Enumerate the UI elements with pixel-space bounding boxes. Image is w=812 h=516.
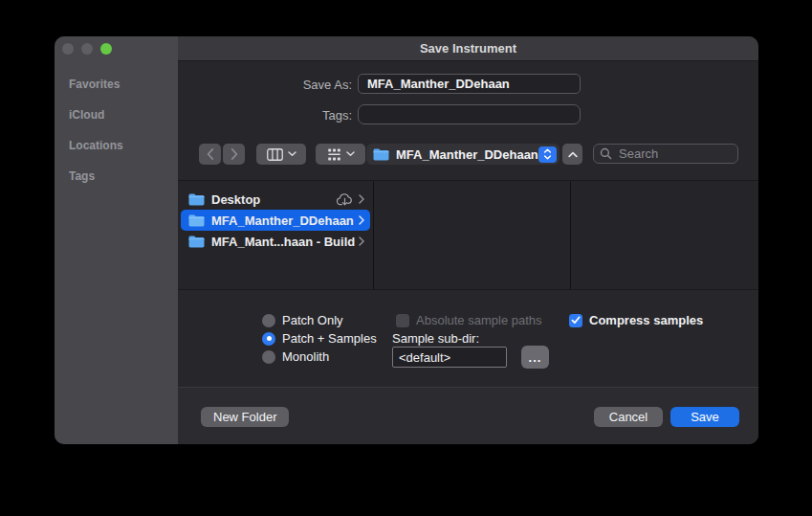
radio-label: Patch + Samples <box>282 331 377 346</box>
chevron-down-icon <box>346 151 355 157</box>
chevron-right-icon <box>359 236 364 246</box>
tags-input[interactable] <box>358 104 581 124</box>
sidebar-item-tags[interactable]: Tags <box>69 169 95 183</box>
traffic-lights <box>62 43 112 55</box>
checkbox-compress-samples[interactable]: Compress samples <box>569 313 703 327</box>
cancel-button[interactable]: Cancel <box>594 407 663 427</box>
radio-icon <box>262 314 275 327</box>
chevron-left-icon <box>207 148 214 160</box>
cloud-download-icon <box>336 192 354 207</box>
browser-row-label: Desktop <box>211 192 260 207</box>
browser-row-build-folder[interactable]: MFA_Mant...haan - Build <box>181 231 370 252</box>
sidebar-item-icloud[interactable]: iCloud <box>69 108 104 122</box>
sample-subdir-input[interactable] <box>392 347 507 368</box>
checkbox-checked-icon <box>569 314 582 327</box>
sidebar: Favorites iCloud Locations Tags <box>55 36 178 444</box>
new-folder-button[interactable]: New Folder <box>201 407 289 427</box>
file-browser: Desktop MFA_Manther_DDehaan <box>178 181 758 289</box>
stepper-chevrons-icon <box>538 146 557 163</box>
dialog-body: Save As: Tags: <box>178 62 758 444</box>
save-dialog-window: Favorites iCloud Locations Tags Save Ins… <box>55 36 758 444</box>
minimize-window-button[interactable] <box>81 43 93 55</box>
title-bar: Save Instrument <box>178 36 758 61</box>
zoom-window-button[interactable] <box>100 43 112 55</box>
checkbox-disabled-icon <box>396 314 409 327</box>
checkbox-label: Absolute sample paths <box>416 313 542 327</box>
column-divider <box>373 181 374 289</box>
search-icon <box>600 147 612 160</box>
folder-icon <box>188 236 205 248</box>
sidebar-item-locations[interactable]: Locations <box>69 139 123 152</box>
group-view-button[interactable] <box>316 144 365 165</box>
browser-row-label: MFA_Mant...haan - Build <box>211 235 355 249</box>
browser-row-desktop[interactable]: Desktop <box>181 189 370 210</box>
sample-subdir-label: Sample sub-dir: <box>392 331 479 346</box>
radio-label: Patch Only <box>282 313 343 327</box>
chevron-up-icon <box>568 151 578 158</box>
browser-row-label: MFA_Manther_DDehaan <box>211 213 354 228</box>
folder-icon <box>188 193 205 206</box>
forward-button[interactable] <box>223 144 245 165</box>
group-view-icon <box>327 148 341 161</box>
chevron-right-icon <box>230 148 238 160</box>
checkbox-label: Compress samples <box>589 313 703 327</box>
search-field[interactable] <box>593 144 738 164</box>
save-as-label: Save As: <box>237 78 352 92</box>
footer-bar: New Folder Cancel Save <box>178 387 758 444</box>
up-directory-button[interactable] <box>562 144 582 165</box>
tags-label: Tags: <box>237 108 352 123</box>
back-button[interactable] <box>199 144 221 165</box>
radio-patch-plus-samples[interactable]: Patch + Samples <box>262 331 377 346</box>
column-view-icon <box>267 148 283 161</box>
dialog-title: Save Instrument <box>420 41 516 56</box>
desktop-background: Favorites iCloud Locations Tags Save Ins… <box>0 0 812 516</box>
folder-icon <box>373 148 389 161</box>
location-dropdown[interactable]: MFA_Manther_DDehaan <box>366 144 560 165</box>
chevron-right-icon <box>359 194 364 204</box>
close-window-button[interactable] <box>62 43 74 55</box>
location-dropdown-value: MFA_Manther_DDehaan <box>396 147 538 162</box>
sidebar-item-favorites[interactable]: Favorites <box>69 78 120 91</box>
radio-monolith[interactable]: Monolith <box>262 349 329 364</box>
folder-icon <box>188 214 205 227</box>
radio-patch-only[interactable]: Patch Only <box>262 313 343 327</box>
chevron-down-icon <box>288 151 296 157</box>
chevron-right-icon <box>359 215 364 225</box>
radio-selected-icon <box>262 332 275 346</box>
radio-label: Monolith <box>282 349 329 364</box>
column-divider <box>570 181 571 289</box>
search-input[interactable] <box>617 146 732 162</box>
checkbox-absolute-sample-paths: Absolute sample paths <box>396 313 542 327</box>
save-as-input[interactable] <box>358 74 581 94</box>
browse-subdir-button[interactable]: ... <box>521 346 549 369</box>
radio-icon <box>262 350 275 364</box>
save-button[interactable]: Save <box>670 407 739 427</box>
browser-divider <box>178 289 758 290</box>
column-view-button[interactable] <box>256 144 306 165</box>
browser-row-selected-folder[interactable]: MFA_Manther_DDehaan <box>181 210 370 231</box>
